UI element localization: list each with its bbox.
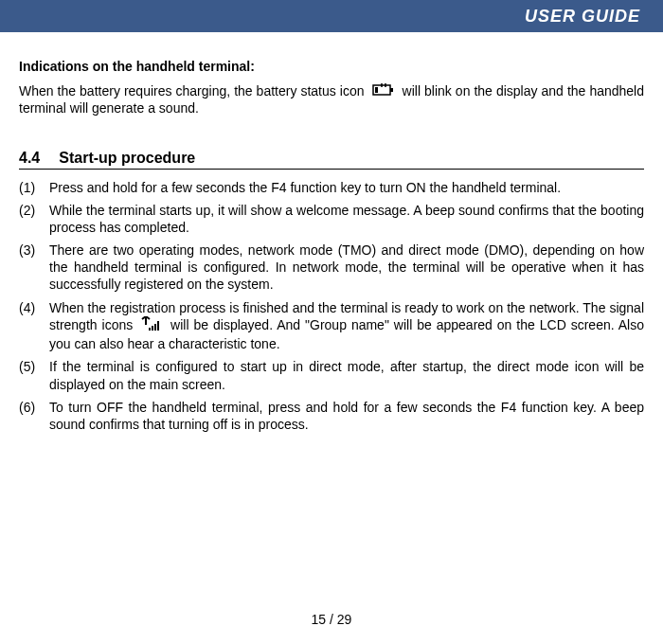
list-num: (1) xyxy=(19,179,49,196)
list-num: (3) xyxy=(19,242,49,294)
svg-rect-9 xyxy=(157,321,159,331)
section-number: 4.4 xyxy=(19,150,40,167)
svg-rect-8 xyxy=(154,324,156,331)
list-text: If the terminal is configured to start u… xyxy=(49,358,644,392)
list-num: (4) xyxy=(19,299,49,353)
page-content: Indications on the handheld terminal: Wh… xyxy=(0,32,663,433)
list-text: While the terminal starts up, it will sh… xyxy=(49,202,644,236)
list-text: To turn OFF the handheld terminal, press… xyxy=(49,399,644,433)
list-item: (5) If the terminal is configured to sta… xyxy=(19,358,644,392)
section-title: Start-up procedure xyxy=(59,150,195,167)
battery-icon xyxy=(372,83,395,101)
header-bar: USER GUIDE xyxy=(0,0,663,32)
indications-heading: Indications on the handheld terminal: xyxy=(19,59,644,76)
list-item: (3) There are two operating modes, netwo… xyxy=(19,242,644,294)
list-item: (2) While the terminal starts up, it wil… xyxy=(19,202,644,236)
indications-text-before: When the battery requires charging, the … xyxy=(19,83,368,98)
section-heading: 4.4 Start-up procedure xyxy=(19,150,644,170)
list-item: (1) Press and hold for a few seconds the… xyxy=(19,179,644,196)
svg-rect-1 xyxy=(375,87,378,93)
list-num: (5) xyxy=(19,358,49,392)
list-num: (2) xyxy=(19,202,49,236)
list-item: (6) To turn OFF the handheld terminal, p… xyxy=(19,399,644,433)
list-text: There are two operating modes, network m… xyxy=(49,242,644,294)
procedure-list: (1) Press and hold for a few seconds the… xyxy=(19,179,644,434)
header-title: USER GUIDE xyxy=(525,7,640,27)
page-number: 15 / 29 xyxy=(0,612,663,627)
indications-text: When the battery requires charging, the … xyxy=(19,83,644,117)
list-text-after: will be displayed. And "Group name" will… xyxy=(49,317,644,351)
list-text: Press and hold for a few seconds the F4 … xyxy=(49,179,644,196)
svg-rect-7 xyxy=(152,326,153,331)
list-item: (4) When the registration process is fin… xyxy=(19,299,644,353)
svg-rect-2 xyxy=(390,88,393,92)
signal-icon xyxy=(141,316,162,335)
list-text: When the registration process is finishe… xyxy=(49,299,644,353)
svg-rect-6 xyxy=(149,328,151,331)
list-num: (6) xyxy=(19,399,49,433)
